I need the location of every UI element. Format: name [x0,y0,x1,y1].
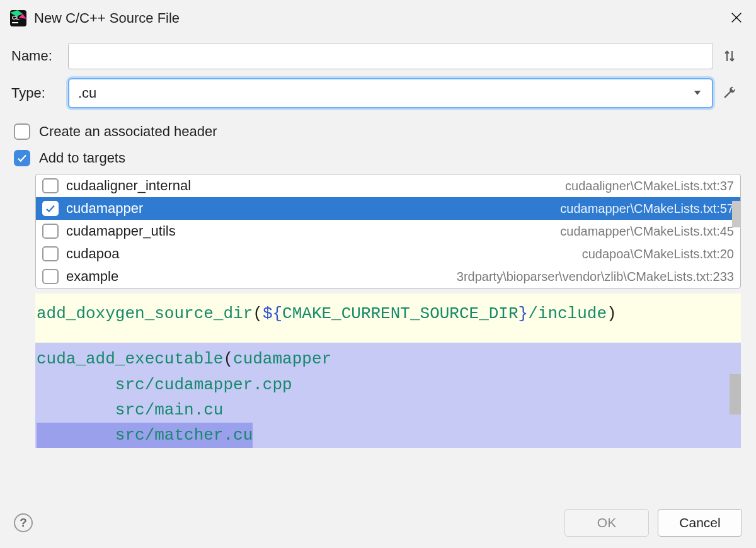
target-checkbox[interactable] [42,201,59,216]
type-row: Type: .cu [11,78,741,108]
target-checkbox[interactable] [42,224,59,239]
chevron-down-icon [692,87,703,100]
type-settings-button[interactable] [718,86,741,101]
target-path: cudaaligner\CMakeLists.txt:37 [565,179,734,193]
new-source-file-dialog: CL New C/C++ Source File Name: Type: .cu [0,0,756,548]
code-line: add_doxygen_source_dir(${CMAKE_CURRENT_S… [35,301,741,326]
associated-header-row: Create an associated header [11,117,741,144]
checkmark-icon [16,152,28,164]
close-icon [730,11,743,25]
scroll-thumb[interactable] [730,374,741,414]
svg-text:CL: CL [12,14,20,21]
target-checkbox[interactable] [42,246,59,261]
code-preview[interactable]: add_doxygen_source_dir(${CMAKE_CURRENT_S… [35,294,741,450]
sort-toggle-button[interactable] [718,49,741,64]
target-checkbox[interactable] [42,178,59,193]
target-path: cudapoa\CMakeLists.txt:20 [582,247,734,261]
svg-rect-4 [12,22,18,23]
targets-panel: cudaaligner_internalcudaaligner\CMakeLis… [35,174,741,288]
add-targets-row: Add to targets [11,144,741,170]
clion-logo-icon: CL [10,10,26,26]
checkmark-icon [45,203,56,214]
target-name: cudamapper_utils [66,223,176,239]
target-row[interactable]: cudamappercudamapper\CMakeLists.txt:57 [36,197,740,220]
type-value: .cu [78,85,96,101]
target-row[interactable]: example3rdparty\bioparser\vendor\zlib\CM… [36,265,740,288]
type-combobox[interactable]: .cu [68,78,713,108]
target-row[interactable]: cudaaligner_internalcudaaligner\CMakeLis… [36,174,740,197]
wrench-icon [722,86,737,101]
add-targets-label: Add to targets [39,150,125,166]
name-input[interactable] [68,43,713,69]
form-area: Name: Type: .cu Create an associated he [0,35,756,170]
dialog-title: New C/C++ Source File [34,10,180,26]
type-label: Type: [11,85,68,101]
target-path: cudamapper\CMakeLists.txt:45 [560,224,734,239]
target-checkbox[interactable] [42,269,59,284]
title-bar: CL New C/C++ Source File [0,0,756,35]
targets-scrollbar[interactable] [732,174,741,288]
target-name: example [66,268,118,285]
code-line: src/main.cu [35,397,741,423]
ok-button[interactable]: OK [564,509,649,537]
associated-header-checkbox[interactable] [14,123,30,140]
target-name: cudamapper [66,200,143,217]
up-down-arrows-icon [722,49,737,64]
name-row: Name: [11,43,741,69]
target-path: 3rdparty\bioparser\vendor\zlib\CMakeList… [457,270,734,284]
svg-marker-7 [694,91,701,95]
scroll-thumb[interactable] [732,201,741,227]
code-scrollbar[interactable] [730,294,741,450]
associated-header-label: Create an associated header [39,123,217,140]
target-row[interactable]: cudapoacudapoa\CMakeLists.txt:20 [36,243,740,265]
add-targets-checkbox[interactable] [14,150,30,166]
target-name: cudaaligner_internal [66,178,191,194]
close-button[interactable] [730,11,743,26]
code-line: src/matcher.cu [35,423,741,448]
code-line: src/cudamapper.cpp [35,372,741,397]
code-line: cuda_add_executable(cudamapper [35,346,741,372]
target-row[interactable]: cudamapper_utilscudamapper\CMakeLists.tx… [36,220,740,243]
target-name: cudapoa [66,246,119,262]
name-label: Name: [11,48,68,64]
target-path: cudamapper\CMakeLists.txt:57 [560,202,734,216]
cancel-button[interactable]: Cancel [658,509,742,537]
targets-list[interactable]: cudaaligner_internalcudaaligner\CMakeLis… [35,174,741,288]
help-button[interactable]: ? [14,513,33,532]
dialog-footer: ? OK Cancel [0,498,756,548]
